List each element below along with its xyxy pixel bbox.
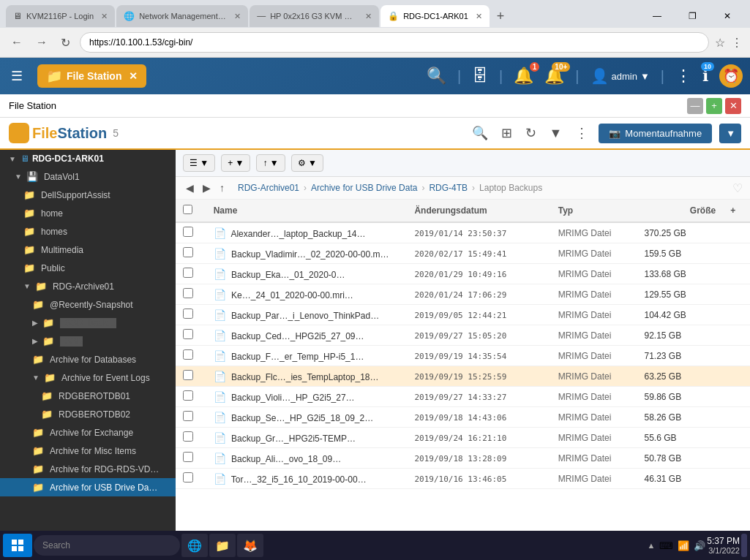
sidebar-item-archive-exchange[interactable]: 📁 Archive for Exchange — [0, 423, 176, 442]
sidebar-item-rdgberotdb02[interactable]: 📁 RDGBEROTDB02 — [0, 405, 176, 423]
table-row[interactable]: 📄 Backup_Flc…_ies_TempLaptop_18… 2019/09… — [176, 366, 750, 387]
row-checkbox-6[interactable] — [183, 349, 193, 360]
search-files-button[interactable]: 🔍 — [469, 122, 491, 144]
col-type[interactable]: Typ — [551, 200, 637, 222]
view-toggle-button[interactable]: ⊞ — [498, 122, 515, 144]
row-checkbox-1[interactable] — [183, 247, 193, 257]
taskbar-search-input[interactable] — [34, 535, 180, 556]
filter-button[interactable]: ▼ — [547, 123, 566, 144]
table-row[interactable]: 📄 Backup_Ced…_HPG2i5_27_09… 2019/09/27 1… — [176, 325, 750, 346]
bookmark-button[interactable]: ☆ — [715, 36, 725, 50]
info-icon[interactable]: ℹ10 — [702, 67, 708, 86]
tray-arrow[interactable]: ▲ — [647, 541, 655, 550]
list-view-button[interactable]: ☰ ▼ — [183, 154, 215, 172]
bc-link-1[interactable]: RDG-Archive01 — [238, 183, 299, 193]
nas-app-close[interactable]: ✕ — [129, 70, 138, 82]
sidebar-item-root[interactable]: ▼ 🖥 RDG-DC1-ARK01 — [0, 150, 176, 167]
user-menu[interactable]: 👤 admin ▼ — [590, 67, 650, 85]
storage-icon[interactable]: 🗄 — [472, 67, 488, 86]
sidebar-item-ssd[interactable]: ▶ 📁 _SSD — [0, 332, 176, 350]
nas-app-tab[interactable]: 📁 File Station ✕ — [37, 64, 146, 88]
hamburger-icon[interactable]: ☰ — [7, 64, 26, 88]
new-folder-button[interactable]: + ▼ — [221, 154, 250, 172]
row-checkbox-10[interactable] — [183, 431, 193, 442]
app-minimize-button[interactable]: — — [687, 98, 703, 114]
row-checkbox-8[interactable] — [183, 390, 193, 401]
extension-button[interactable]: ⋮ — [731, 36, 743, 50]
sidebar-item-archive-rds[interactable]: 📁 Archive for RDG-RDS-VD… — [0, 460, 176, 478]
tab-2-close[interactable]: ✕ — [234, 12, 241, 21]
bc-up-button[interactable]: ↑ — [217, 181, 228, 195]
reload-button[interactable]: ↻ — [57, 34, 74, 51]
table-row[interactable]: 📄 Backup_Vladimir…_02_2020-00-00.m… 2020… — [176, 243, 750, 264]
tools-button[interactable]: ⚙ ▼ — [291, 154, 323, 172]
win-maximize-button[interactable]: ❐ — [675, 5, 709, 27]
sidebar-item-dellsupport[interactable]: 📁 DellSupportAssist — [0, 186, 176, 204]
upload-button[interactable]: ↑ ▼ — [256, 154, 285, 172]
snapshot-dropdown-button[interactable]: ▼ — [719, 124, 741, 143]
app-close-button[interactable]: ✕ — [725, 98, 741, 114]
favorite-icon[interactable]: ♡ — [732, 181, 743, 195]
table-row[interactable]: 📄 Backup_Ali…_ovo_18_09… 2019/09/18 13:2… — [176, 448, 750, 469]
row-checkbox-7[interactable] — [183, 370, 193, 380]
col-name[interactable]: Name — [206, 200, 408, 222]
tab-2[interactable]: 🌐 Network Management Car… ✕ — [116, 5, 248, 27]
sidebar-item-homes[interactable]: 📁 homes — [0, 222, 176, 241]
table-row[interactable]: 📄 Ke…_24_01_2020-00-00.mri… 2020/01/24 1… — [176, 284, 750, 305]
row-checkbox-9[interactable] — [183, 411, 193, 421]
tab-3[interactable]: — HP 0x2x16 G3 KVM Console… ✕ — [250, 5, 379, 27]
sidebar-item-rdgarchive01[interactable]: ▼ 📁 RDG-Archive01 — [0, 277, 176, 295]
row-checkbox-3[interactable] — [183, 288, 193, 298]
start-button[interactable] — [3, 534, 32, 557]
refresh-button[interactable]: ↻ — [522, 122, 539, 144]
sidebar-item-archive-usb[interactable]: 📁 Archive for USB Drive Da… — [0, 478, 176, 496]
apps-icon[interactable]: ⋮ — [675, 67, 691, 86]
tab-4[interactable]: 🔒 RDG-DC1-ARK01 ✕ — [380, 5, 490, 27]
snapshot-button[interactable]: 📷 Momentaufnahme — [599, 124, 712, 143]
sidebar-item-public[interactable]: 📁 Public — [0, 259, 176, 277]
sidebar-item-archive-databases[interactable]: 📁 Archive for Databases — [0, 350, 176, 368]
sidebar-item-multimedia[interactable]: 📁 Multimedia — [0, 241, 176, 259]
nas-avatar[interactable]: ⏰ — [719, 64, 743, 88]
table-row[interactable]: 📄 Backup_Eka…_01_2020-0… 2020/01/29 10:4… — [176, 264, 750, 284]
show-desktop-button[interactable] — [741, 534, 747, 557]
sidebar-item-rdgberotdb01[interactable]: 📁 RDGBEROTDB01 — [0, 387, 176, 405]
tab-4-close[interactable]: ✕ — [476, 12, 482, 21]
search-icon[interactable]: 🔍 — [427, 67, 446, 86]
tab-3-close[interactable]: ✕ — [365, 12, 372, 21]
tab-1-close[interactable]: ✕ — [101, 12, 108, 21]
sidebar-item-home[interactable]: 📁 home — [0, 204, 176, 222]
col-date[interactable]: Änderungsdatum — [407, 200, 550, 222]
sidebar-item-recently-snapshot[interactable]: 📁 @Recently-Snapshot — [0, 295, 176, 314]
address-input[interactable] — [80, 32, 709, 53]
col-size[interactable]: Größe — [637, 200, 723, 222]
sidebar-item-archive-eventlogs[interactable]: ▼ 📁 Archive for Event Logs — [0, 368, 176, 387]
app-maximize-button[interactable]: + — [706, 98, 722, 114]
win-close-button[interactable]: ✕ — [710, 5, 744, 27]
select-all-checkbox[interactable] — [183, 205, 192, 214]
sidebar-item-archive-misc[interactable]: 📁 Archive for Misc Items — [0, 442, 176, 460]
table-row[interactable]: 📄 Backup_Violi…_HP_G2i5_27… 2019/09/27 1… — [176, 387, 750, 407]
row-checkbox-11[interactable] — [183, 452, 193, 462]
row-checkbox-4[interactable] — [183, 309, 193, 319]
sidebar-item-ssd-back[interactable]: ▶ 📁 _SSD_Back… — [0, 314, 176, 332]
row-checkbox-2[interactable] — [183, 268, 193, 278]
row-checkbox-5[interactable] — [183, 329, 193, 339]
tab-1[interactable]: 🖥 KVM2116P - Login ✕ — [6, 5, 115, 27]
sidebar-item-datavol1[interactable]: ▼ 💾 DataVol1 — [0, 167, 176, 186]
table-row[interactable]: 📄 Alexander…_laptop_Backup_14… 2019/01/1… — [176, 222, 750, 243]
table-row[interactable]: 📄 Backup_Par…_i_Lenovo_ThinkPad… 2019/09… — [176, 305, 750, 325]
table-row[interactable]: 📄 Tor…_32_i5_16_10_2019-00-00… 2019/10/1… — [176, 469, 750, 489]
bc-forward-button[interactable]: ▶ — [200, 181, 214, 195]
table-row[interactable]: 📄 Backup_F…_er_Temp_HP-i5_1… 2019/09/19 … — [176, 346, 750, 366]
back-button[interactable]: ← — [7, 34, 26, 50]
row-checkbox-12[interactable] — [183, 472, 193, 483]
new-tab-button[interactable]: + — [491, 9, 511, 24]
taskbar-ie-button[interactable]: 🌐 — [181, 534, 208, 557]
bell-icon[interactable]: 🔔1 — [514, 67, 533, 86]
add-col-icon[interactable]: + — [730, 205, 735, 216]
more-button[interactable]: ⋮ — [572, 122, 591, 144]
notification-icon[interactable]: 🔔10+ — [544, 67, 564, 86]
table-row[interactable]: 📄 Backup_Se…_HP_G2i5_18_09_2… 2019/09/18… — [176, 407, 750, 428]
taskbar-firefox-button[interactable]: 🦊 — [237, 534, 263, 557]
